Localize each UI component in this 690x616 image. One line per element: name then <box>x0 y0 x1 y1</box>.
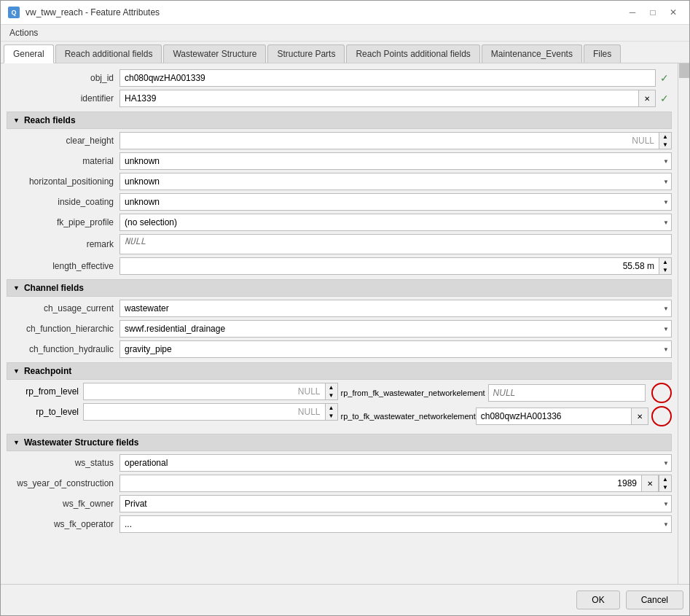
ws-fk-owner-label: ws_fk_owner <box>7 499 119 509</box>
ch-usage-current-select-wrapper: wastewater stormwater combined ▼ <box>119 300 672 317</box>
obj-id-check-icon: ✓ <box>657 69 672 87</box>
horizontal-positioning-select[interactable]: unknown left right <box>119 173 672 190</box>
tab-reach-points[interactable]: Reach Points additional fields <box>346 44 479 63</box>
close-button[interactable]: ✕ <box>664 5 682 20</box>
channel-fields-header[interactable]: ▼ Channel fields <box>7 279 672 297</box>
rp-from-level-row: rp_from_level ▲ ▼ <box>7 383 338 400</box>
ws-fk-operator-select[interactable]: ... <box>119 515 672 533</box>
tab-structure-parts[interactable]: Structure Parts <box>267 44 345 63</box>
rp-from-level-spinner: ▲ ▼ <box>325 383 338 400</box>
rp-to-level-up[interactable]: ▲ <box>326 404 337 412</box>
length-effective-down[interactable]: ▼ <box>659 266 671 274</box>
vertical-scrollbar[interactable] <box>678 63 689 584</box>
tab-maintenance-events[interactable]: Maintenance_Events <box>482 44 582 63</box>
maximize-button[interactable]: □ <box>644 5 662 20</box>
reachpoint-header[interactable]: ▼ Reachpoint <box>7 362 672 380</box>
ws-year-of-construction-input[interactable] <box>119 475 641 492</box>
ch-function-hierarchic-label: ch_function_hierarchic <box>7 324 119 334</box>
rp-from-level-label: rp_from_level <box>7 386 83 397</box>
ch-function-hierarchic-select-wrapper: swwf.residential_drainage swwf.primary s… <box>119 320 672 338</box>
rp-from-level-down[interactable]: ▼ <box>326 391 337 399</box>
actions-menu[interactable]: Actions <box>7 26 41 39</box>
obj-id-row: obj_id ✓ <box>7 69 672 87</box>
rp-to-level-down[interactable]: ▼ <box>326 412 337 420</box>
scrollbar-thumb[interactable] <box>679 63 689 78</box>
clear-height-up[interactable]: ▲ <box>659 133 671 141</box>
ok-button[interactable]: OK <box>576 590 619 609</box>
ws-year-of-construction-clear-button[interactable]: ✕ <box>641 475 659 492</box>
ws-year-of-construction-up[interactable]: ▲ <box>659 475 671 483</box>
reach-fields-title: Reach fields <box>24 115 76 125</box>
rp-from-fk-label: rp_from_fk_wastewater_networkelement <box>341 389 485 397</box>
reach-fields-header[interactable]: ▼ Reach fields <box>7 112 672 129</box>
title-bar-left: Q vw_tww_reach - Feature Attributes <box>8 7 160 18</box>
reachpoint-left-col: rp_from_level ▲ ▼ rp_to_level <box>7 383 338 429</box>
rp-to-fk-input[interactable] <box>476 408 631 425</box>
menu-bar: Actions <box>1 25 689 42</box>
material-label: material <box>7 156 119 166</box>
tab-general[interactable]: General <box>4 44 54 63</box>
tab-files[interactable]: Files <box>584 44 621 63</box>
remark-input[interactable] <box>119 234 672 254</box>
wastewater-structure-fields-title: Wastewater Structure fields <box>24 437 139 448</box>
ws-status-row: ws_status operational inactive planned ▼ <box>7 454 672 472</box>
rp-from-level-up[interactable]: ▲ <box>326 383 337 391</box>
horizontal-positioning-select-wrapper: unknown left right ▼ <box>119 173 672 190</box>
ch-usage-current-select[interactable]: wastewater stormwater combined <box>119 300 672 317</box>
inside-coating-select-wrapper: unknown none epoxy ▼ <box>119 193 672 211</box>
wastewater-structure-fields-arrow: ▼ <box>13 439 20 446</box>
button-row: OK Cancel <box>1 584 689 615</box>
identifier-check-icon: ✓ <box>657 90 672 107</box>
channel-fields-title: Channel fields <box>24 283 84 293</box>
ch-function-hierarchic-row: ch_function_hierarchic swwf.residential_… <box>7 320 672 338</box>
length-effective-input[interactable] <box>119 257 659 275</box>
identifier-label: identifier <box>7 93 119 104</box>
main-window: Q vw_tww_reach - Feature Attributes ─ □ … <box>0 0 690 616</box>
rp-from-level-input[interactable] <box>83 383 325 400</box>
wastewater-structure-fields-header[interactable]: ▼ Wastewater Structure fields <box>7 434 672 451</box>
length-effective-up[interactable]: ▲ <box>659 258 671 266</box>
rp-to-fk-clear-button[interactable]: ✕ <box>631 408 648 425</box>
ws-fk-operator-row: ws_fk_operator ... ▼ <box>7 515 672 533</box>
rp-to-level-spinner: ▲ ▼ <box>325 403 338 421</box>
rp-from-fk-circle-button[interactable] <box>651 383 672 403</box>
fk-pipe-profile-select[interactable]: (no selection) circular rectangular <box>119 214 672 231</box>
cancel-button[interactable]: Cancel <box>626 590 683 609</box>
ws-fk-owner-select[interactable]: Privat Public Unknown <box>119 495 672 512</box>
rp-from-fk-row: rp_from_fk_wastewater_networkelement <box>341 383 673 403</box>
ws-year-of-construction-down[interactable]: ▼ <box>659 483 671 491</box>
horizontal-positioning-label: horizontal_positioning <box>7 176 119 187</box>
remark-row: remark <box>7 234 672 254</box>
material-select[interactable]: unknown concrete plastic <box>119 152 672 170</box>
ch-function-hierarchic-select[interactable]: swwf.residential_drainage swwf.primary s… <box>119 320 672 338</box>
rp-to-level-input[interactable] <box>83 403 325 421</box>
length-effective-row: length_effective ▲ ▼ <box>7 257 672 275</box>
clear-height-input[interactable] <box>119 132 659 149</box>
clear-height-down[interactable]: ▼ <box>659 141 671 149</box>
ws-status-select[interactable]: operational inactive planned <box>119 454 672 472</box>
window-controls: ─ □ ✕ <box>624 5 682 20</box>
inside-coating-row: inside_coating unknown none epoxy ▼ <box>7 193 672 211</box>
rp-to-fk-circle-button[interactable] <box>651 406 672 426</box>
ws-status-label: ws_status <box>7 458 119 468</box>
ws-year-of-construction-row: ws_year_of_construction ✕ ▲ ▼ <box>7 475 672 492</box>
identifier-input[interactable] <box>119 90 638 107</box>
reachpoint-arrow: ▼ <box>13 367 20 375</box>
tab-wastewater-structure[interactable]: Wastewater Structure <box>163 44 266 63</box>
title-bar: Q vw_tww_reach - Feature Attributes ─ □ … <box>1 1 689 25</box>
rp-to-level-label: rp_to_level <box>7 407 83 417</box>
ch-function-hydraulic-select[interactable]: gravity_pipe pressure_pipe vacuum_pipe <box>119 340 672 358</box>
tab-reach-additional[interactable]: Reach additional fields <box>55 44 162 63</box>
material-select-wrapper: unknown concrete plastic ▼ <box>119 152 672 170</box>
remark-label: remark <box>7 239 119 249</box>
length-effective-spinner: ▲ ▼ <box>659 257 672 275</box>
rp-from-fk-input[interactable] <box>488 384 646 402</box>
inside-coating-select[interactable]: unknown none epoxy <box>119 193 672 211</box>
obj-id-input[interactable] <box>119 69 656 87</box>
identifier-clear-button[interactable]: ✕ <box>638 90 656 107</box>
minimize-button[interactable]: ─ <box>624 5 641 20</box>
identifier-row: identifier ✕ ✓ <box>7 90 672 107</box>
ch-function-hydraulic-select-wrapper: gravity_pipe pressure_pipe vacuum_pipe ▼ <box>119 340 672 358</box>
ws-fk-owner-select-wrapper: Privat Public Unknown ▼ <box>119 495 672 512</box>
app-icon: Q <box>8 7 20 18</box>
